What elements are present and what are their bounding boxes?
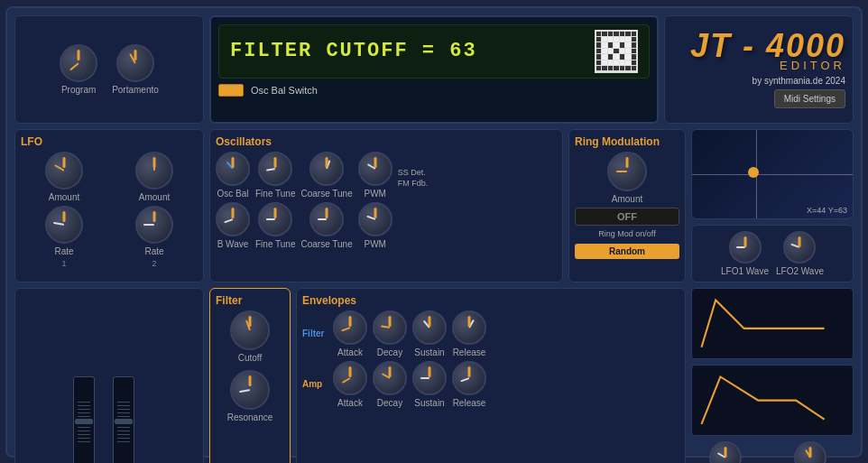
lfo-wave-row: LFO1 Wave LFO2 Wave [721,231,824,276]
ring-mod-off-display: OFF [575,208,679,226]
osc-bal-switch[interactable] [218,84,244,97]
fm-fdb-label: FM Fdb. [398,179,429,188]
env-sustain1-wrap: Sustain [412,310,447,357]
lfo1-wave-wrap: LFO1 Wave [721,231,769,276]
filter-cutoff-knob[interactable] [230,310,270,350]
coarse-tune2-knob[interactable] [309,202,344,236]
lfo2-wave-knob[interactable] [783,231,816,264]
xy-coords: X=44 Y=63 [807,206,847,215]
filter-env-amt-knob[interactable] [794,441,826,463]
lfo-title: LFO [21,135,198,148]
lfo-amount2-knob[interactable] [135,152,173,190]
env-release2-knob[interactable] [452,361,486,395]
pwm1-knob[interactable] [358,152,392,186]
synth-main: Program Portamento FILTER CUTOFF = 63 [5,6,863,458]
slider-panel: Pich Modulation [14,288,204,464]
filter-env-label: Filter [302,329,328,338]
osc-bal-knob[interactable] [216,152,250,186]
pwm1-wrap: PWM [358,152,392,199]
xy-pad[interactable]: X=44 Y=63 [691,129,854,219]
env-title: Envelopes [302,294,679,307]
portamento-label: Portamento [112,85,159,95]
qr-code [595,30,638,73]
filter-cutoff-label: Cutoff [238,353,263,363]
env-sustain2-knob[interactable] [412,361,447,395]
b-wave-label: B Wave [217,239,249,249]
bot-right-knobs: LFO1 Dest Filter ENV AMT [691,441,854,463]
pitch-slider[interactable] [73,376,95,463]
mod-slider-thumb [115,419,133,424]
filter-env-row: Filter Attack Decay [302,310,679,357]
fine-tune1-label: Fine Tune [255,189,295,199]
osc-ring-container: Oscillators Osc Bal Fine Tune [209,129,686,282]
program-label: Program [61,85,96,95]
title-editor: EDITOR [780,59,845,72]
display-panel: FILTER CUTOFF = 63 Osc Bal Switch [209,15,659,124]
filter-panel: Filter Cutoff Resonance [209,288,291,464]
right-section-mid: X=44 Y=63 LFO1 Wave LFO2 Wave [691,129,854,282]
env-decay2-knob[interactable] [373,361,407,395]
pwm1-label: PWM [365,189,386,199]
pwm2-wrap: PWM [358,202,392,249]
osc-bal-label: Osc Bal [217,189,248,199]
lfo-rate2-knob[interactable] [135,206,173,244]
lfo1-dest-knob[interactable] [709,441,742,463]
right-section-bot: LFO1 Dest Filter ENV AMT [691,288,854,464]
env-attack2-knob[interactable] [333,361,367,395]
osc-bal-wrap: Osc Bal [216,152,250,199]
b-wave-knob[interactable] [216,202,250,236]
env-release2-wrap: Release [452,361,486,408]
portamento-knob[interactable] [116,44,154,82]
mod-slider-wrap: Modulation [102,376,146,463]
midi-settings-button[interactable]: Midi Settings [774,89,845,108]
lfo-amount1-wrap: Amount [21,152,107,202]
filter-resonance-label: Resonance [227,412,273,422]
filter-resonance-knob[interactable] [230,370,270,410]
env-sustain1-label: Sustain [414,347,444,357]
filter-resonance-wrap: Resonance [216,370,284,422]
ring-amount-knob[interactable] [607,152,647,191]
pitch-slider-thumb [75,419,93,424]
amp-env-svg [692,366,853,435]
right-lfo-panel: LFO1 Wave LFO2 Wave [691,225,854,282]
env-panel: Envelopes Filter Attack Decay [296,288,686,464]
coarse-tune2-wrap: Coarse Tune [300,202,352,249]
bottom-row: Pich Modulation [14,288,854,464]
osc-panel: Oscillators Osc Bal Fine Tune [209,129,563,282]
lfo1-wave-knob[interactable] [729,231,762,264]
fine-tune2-knob[interactable] [258,202,292,236]
env-sustain1-knob[interactable] [412,310,447,345]
env-attack1-knob[interactable] [333,310,367,345]
portamento-knob-wrap: Portamento [112,44,159,95]
display-screen: FILTER CUTOFF = 63 [218,24,650,79]
lfo2-wave-wrap: LFO2 Wave [776,231,824,276]
osc-bal-label: Osc Bal Switch [251,85,318,96]
lfo-rate2-label: Rate [144,246,163,256]
env-decay2-label: Decay [377,398,402,408]
lfo1-wave-label: LFO1 Wave [721,266,769,276]
mod-slider[interactable] [113,376,134,463]
env-release1-knob[interactable] [452,310,486,345]
env-attack2-wrap: Attack [333,361,367,408]
fine-tune1-knob[interactable] [258,152,292,186]
env-sustain2-label: Sustain [414,398,444,408]
env-attack1-label: Attack [337,347,363,357]
b-wave-wrap: B Wave [216,202,250,249]
program-knob[interactable] [60,44,97,82]
env-decay1-label: Decay [377,347,402,357]
ring-amount-wrap: Amount [607,152,647,204]
lfo-amount1-knob[interactable] [45,152,83,190]
osc-row1: Osc Bal Fine Tune Coarse Tune [216,152,557,199]
pwm2-label: PWM [365,239,386,249]
lfo-grid: Amount Amount Rate 1 [21,152,198,268]
lfo-amount1-label: Amount [49,192,79,202]
env-decay1-knob[interactable] [373,310,407,345]
lfo-rate1-label: Rate [54,246,73,256]
env-release1-wrap: Release [452,310,486,357]
filter-title: Filter [216,294,284,307]
random-button[interactable]: Random [575,244,679,259]
lfo-rate1-knob[interactable] [45,206,83,244]
coarse-tune1-knob[interactable] [309,152,344,186]
amp-env-label: Amp [302,379,328,389]
pwm2-knob[interactable] [358,202,392,236]
